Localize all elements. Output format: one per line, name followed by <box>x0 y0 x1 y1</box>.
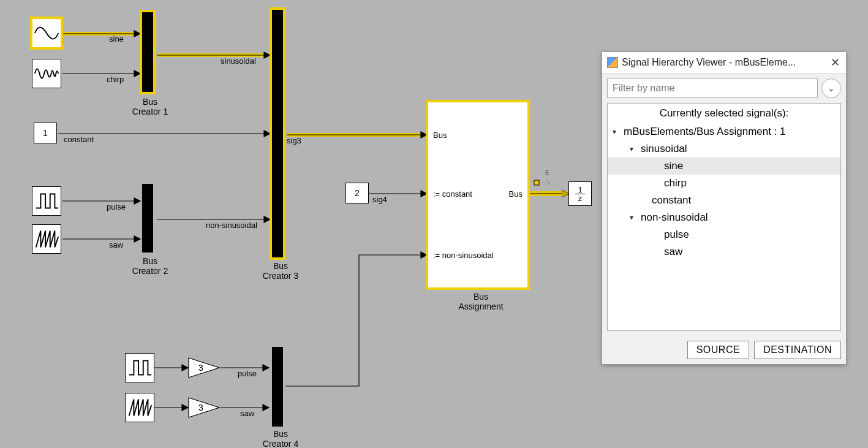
pulse-block[interactable] <box>32 186 61 216</box>
signal-label-nonsinu: non-sinusoidal <box>206 221 257 230</box>
bus-assignment-port-out: Bus <box>509 189 523 199</box>
svg-marker-19 <box>189 398 219 417</box>
bus-assignment-port-nonsinu: := non-sinusoidal <box>433 251 494 260</box>
bus-creator-2[interactable] <box>142 184 153 252</box>
bus-creator-4[interactable] <box>272 347 283 427</box>
tree-header: Currently selected signal(s): <box>608 104 840 123</box>
signal-label-saw: saw <box>109 240 123 249</box>
gain-2-value: 3 <box>198 403 203 412</box>
unit-delay-block[interactable]: 1 z <box>568 181 592 206</box>
tree-leaf-chirp[interactable]: chirp <box>608 175 840 192</box>
signal-label-constant: constant <box>64 135 94 144</box>
svg-marker-18 <box>189 358 219 378</box>
bus-creator-4-label: Bus Creator 4 <box>250 429 311 448</box>
dialog-app-icon <box>607 57 618 68</box>
saw-block[interactable] <box>32 224 61 254</box>
signal-tree[interactable]: Currently selected signal(s): ▾mBusEleme… <box>607 103 841 331</box>
signal-hierarchy-viewer-dialog[interactable]: Signal Hierarchy Viewer - mBusEleme... ✕… <box>602 51 847 365</box>
signal-label-sinusoidal: sinusoidal <box>221 56 256 66</box>
saw-2-block[interactable] <box>125 393 154 422</box>
bus-assignment-port-bus: Bus <box>433 131 447 140</box>
source-button[interactable]: SOURCE <box>687 341 749 359</box>
tree-leaf-sine[interactable]: sine <box>608 158 840 175</box>
signal-label-sig4: sig4 <box>372 195 387 204</box>
tree-node-nonsinu[interactable]: ▾non-sinusoidal <box>608 209 840 226</box>
delay-den: z <box>576 194 585 202</box>
dialog-title-text: Signal Hierarchy Viewer - mBusEleme... <box>622 57 829 68</box>
gain-1-value: 3 <box>198 363 203 373</box>
destination-button[interactable]: DESTINATION <box>754 341 841 359</box>
signal-label-pulse2: pulse <box>238 369 257 378</box>
tree-node-sinusoidal[interactable]: ▾sinusoidal <box>608 140 840 158</box>
signal-label-pulse: pulse <box>107 202 126 211</box>
signal-label-sine: sine <box>109 34 124 44</box>
delay-num: 1 <box>575 186 584 194</box>
signal-label-saw2: saw <box>240 409 254 418</box>
tree-leaf-saw[interactable]: saw <box>608 243 840 260</box>
constant-1-block[interactable]: 1 <box>34 123 57 143</box>
bus-creator-1-label: Bus Creator 1 <box>123 97 178 116</box>
bus-creator-3[interactable] <box>272 10 283 257</box>
signal-trace-badge[interactable] <box>532 177 556 188</box>
chirp-block[interactable] <box>32 59 61 88</box>
bus-assignment-label: Bus Assignment <box>447 292 515 311</box>
svg-rect-20 <box>534 180 539 185</box>
sine-wave-block[interactable] <box>32 18 61 48</box>
bus-assignment-block[interactable]: Bus := constant := non-sinusoidal Bus <box>428 102 528 288</box>
close-icon[interactable]: ✕ <box>829 56 841 69</box>
constant-2-block[interactable]: 2 <box>345 183 369 203</box>
bus-assignment-port-constant: := constant <box>433 189 472 199</box>
filter-input[interactable] <box>607 78 818 98</box>
dialog-titlebar[interactable]: Signal Hierarchy Viewer - mBusEleme... ✕ <box>602 52 846 74</box>
tree-leaf-pulse[interactable]: pulse <box>608 226 840 243</box>
tree-root[interactable]: ▾mBusElements/Bus Assignment : 1 <box>608 123 840 140</box>
bus-creator-3-label: Bus Creator 3 <box>250 261 311 281</box>
gain-2-block[interactable]: 3 <box>187 397 221 419</box>
gain-1-block[interactable]: 3 <box>187 357 221 379</box>
trace-badge-count: 5 <box>545 169 549 177</box>
constant-2-value: 2 <box>355 188 360 198</box>
pulse-2-block[interactable] <box>125 353 154 382</box>
bus-creator-2-label: Bus Creator 2 <box>123 256 178 276</box>
chevron-down-icon: ⌄ <box>828 83 835 93</box>
tree-leaf-constant[interactable]: constant <box>608 192 840 209</box>
signal-label-chirp: chirp <box>107 75 124 84</box>
signal-label-sig3: sig3 <box>287 136 301 145</box>
constant-1-value: 1 <box>43 128 48 138</box>
filter-options-button[interactable]: ⌄ <box>821 78 841 98</box>
bus-creator-1[interactable] <box>142 12 153 92</box>
